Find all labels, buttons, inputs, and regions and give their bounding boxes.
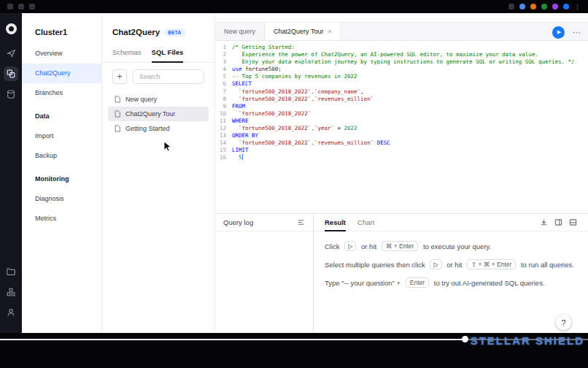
hint-text: Type "-- your question" + bbox=[325, 279, 403, 287]
code-text: `fortune500_2018_2022`.`company_name`, bbox=[232, 88, 364, 96]
code-token: `fortune500_2018_2022` bbox=[239, 139, 311, 146]
code-token: 2022 bbox=[344, 125, 357, 131]
profile-avatar[interactable] bbox=[563, 4, 569, 9]
code-token: `year` bbox=[314, 125, 334, 131]
line-number: 1 bbox=[215, 44, 232, 51]
result-panel: ResultChart bbox=[314, 214, 588, 333]
hint-text: or hit bbox=[445, 261, 464, 269]
run-query-button[interactable]: ▶ bbox=[552, 26, 565, 39]
tab-sql-files[interactable]: SQL Files bbox=[152, 48, 184, 63]
getting-started-icon[interactable] bbox=[4, 46, 18, 61]
browser-tab-icon[interactable] bbox=[7, 4, 13, 9]
file-label: Chat2Query Tour bbox=[125, 110, 175, 118]
sidebar-item-diagnosis[interactable]: Diagnosis bbox=[22, 189, 101, 209]
browser-tab-icon[interactable] bbox=[18, 4, 24, 9]
result-tabs: ResultChart bbox=[325, 214, 374, 231]
layout-right-icon[interactable] bbox=[554, 218, 562, 226]
sidebar-item-chat2query[interactable]: Chat2Query bbox=[22, 64, 101, 83]
close-icon[interactable]: × bbox=[328, 28, 331, 35]
add-file-button[interactable]: + bbox=[112, 69, 127, 84]
file-icon bbox=[114, 125, 121, 132]
line-number: 16 bbox=[215, 154, 232, 161]
files-panel-title: Chat2Query bbox=[112, 28, 160, 37]
browser-tab-icon[interactable] bbox=[29, 4, 35, 9]
hint-text: Click bbox=[325, 242, 341, 250]
editor-tab-chat2query-tour[interactable]: Chat2Query Tour× bbox=[265, 23, 341, 40]
sidebar-item-branches[interactable]: Branches bbox=[22, 83, 101, 103]
code-token: `revenues_million` bbox=[314, 96, 374, 102]
code-token: use bbox=[232, 66, 242, 72]
icon-rail bbox=[0, 13, 22, 333]
extension-icon[interactable] bbox=[530, 4, 536, 9]
support-folder-icon[interactable] bbox=[4, 264, 18, 279]
line-number: 12 bbox=[215, 125, 232, 132]
more-options-icon[interactable]: ⋯ bbox=[573, 28, 581, 37]
file-label: Getting Started bbox=[125, 125, 170, 132]
code-line: 9FROM bbox=[215, 103, 588, 110]
code-token: /* Getting Started: bbox=[232, 44, 295, 50]
run-query-icon: ▷ bbox=[344, 241, 356, 251]
code-line: 7 `fortune500_2018_2022`.`company_name`, bbox=[215, 88, 588, 96]
account-icon[interactable] bbox=[4, 305, 18, 320]
sql-editor[interactable]: 1/* Getting Started:2 Experience the pow… bbox=[215, 41, 588, 213]
code-token: SELECT bbox=[232, 80, 252, 87]
line-number: 4 bbox=[215, 66, 232, 73]
line-number: 13 bbox=[215, 132, 232, 139]
extension-icon[interactable] bbox=[519, 4, 525, 9]
query-log-label: Query log bbox=[223, 218, 253, 226]
code-token: , bbox=[360, 88, 364, 95]
organization-icon[interactable] bbox=[4, 285, 18, 299]
extension-icon[interactable] bbox=[541, 4, 547, 9]
code-token bbox=[232, 88, 239, 95]
browser-tab-area bbox=[7, 4, 35, 9]
code-token: WHERE bbox=[232, 118, 249, 124]
browser-toolbar-icons: ⋮ bbox=[508, 4, 581, 9]
file-item-getting-started[interactable]: Getting Started bbox=[108, 121, 209, 136]
code-text: use fortune500; bbox=[232, 66, 282, 73]
product-logo[interactable] bbox=[6, 23, 17, 34]
code-line: 11WHERE bbox=[215, 118, 588, 125]
file-item-chat2query-tour[interactable]: Chat2Query Tour bbox=[108, 107, 209, 121]
database-icon[interactable] bbox=[4, 87, 18, 101]
line-number: 5 bbox=[215, 73, 232, 80]
line-number: 14 bbox=[215, 139, 232, 147]
search-input[interactable] bbox=[133, 69, 204, 84]
help-button[interactable]: ? bbox=[556, 315, 571, 330]
code-line: 16 5 bbox=[215, 154, 588, 161]
tab-chart[interactable]: Chart bbox=[357, 214, 374, 231]
hint-text: to execute your query. bbox=[421, 242, 491, 250]
kbd-shortcut: ⇧ + ⌘ + Enter bbox=[467, 259, 516, 269]
code-token bbox=[232, 139, 239, 146]
seek-handle[interactable] bbox=[462, 336, 468, 342]
files-toolbar: + bbox=[102, 63, 214, 91]
browser-menu-icon[interactable]: ⋮ bbox=[574, 4, 581, 9]
extension-icon[interactable] bbox=[552, 4, 558, 9]
editor-tab-new-query[interactable]: New query bbox=[215, 23, 265, 40]
watermark: STELLAR SHIELD bbox=[471, 334, 584, 347]
result-header: ResultChart bbox=[314, 214, 588, 231]
extension-icon[interactable] bbox=[508, 4, 514, 9]
download-icon[interactable] bbox=[540, 218, 548, 226]
code-line: 12 `fortune500_2018_2022`.`year` = 2022 bbox=[215, 125, 588, 132]
code-line: 8 `fortune500_2018_2022`.`revenues_milli… bbox=[215, 96, 588, 103]
code-text: 5 bbox=[232, 154, 243, 161]
code-line: 1/* Getting Started: bbox=[215, 44, 588, 51]
hint: Click ▷ or hit ⌘ + Enter to execute your… bbox=[325, 241, 577, 251]
code-lines: 1/* Getting Started:2 Experience the pow… bbox=[215, 44, 588, 162]
tab-schemas[interactable]: Schemas bbox=[112, 48, 142, 63]
sidebar-item-metrics[interactable]: Metrics bbox=[22, 209, 101, 229]
clusters-icon[interactable] bbox=[4, 66, 18, 81]
sidebar-item-overview[interactable]: Overview bbox=[22, 44, 101, 64]
sidebar-section-monitoring: Monitoring bbox=[22, 169, 101, 189]
code-line: 3 Enjoy your data exploration journey by… bbox=[215, 58, 588, 66]
tab-result[interactable]: Result bbox=[325, 214, 346, 231]
layout-bottom-icon[interactable] bbox=[569, 218, 577, 226]
query-log-collapse-icon[interactable] bbox=[297, 218, 305, 226]
code-line: 5-- Top 5 companies by revenues in 2022 bbox=[215, 73, 588, 80]
code-token bbox=[232, 154, 239, 161]
sidebar-item-import[interactable]: Import bbox=[22, 126, 101, 146]
code-token bbox=[232, 96, 239, 102]
query-log-panel: Query log bbox=[215, 214, 314, 333]
file-item-new-query[interactable]: New query bbox=[108, 92, 209, 107]
sidebar-item-backup[interactable]: Backup bbox=[22, 146, 101, 166]
